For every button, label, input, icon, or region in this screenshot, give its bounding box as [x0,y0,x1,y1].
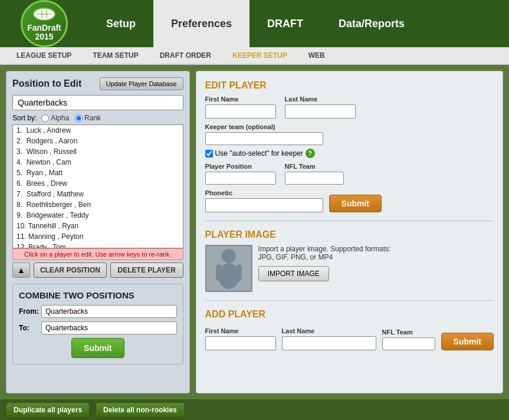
app-logo: FanDraft 2015 [21,0,68,47]
add-submit-button[interactable]: Submit [441,333,494,350]
list-item[interactable]: 12. Brady , Tom [13,242,183,248]
svg-rect-7 [236,264,242,281]
edit-submit-button[interactable]: Submit [329,195,382,212]
player-thumbnail [205,245,252,292]
subnav-team-setup[interactable]: TEAM SETUP [82,47,149,64]
list-item[interactable]: 5. Ryan , Matt [13,168,183,178]
edit-player-section: EDIT PLAYER First Name Last Name Keeper … [205,80,494,212]
keeper-team-select[interactable] [205,132,323,145]
nav-setup[interactable]: Setup [88,0,153,47]
move-up-button[interactable]: ▲ [12,262,30,278]
edit-player-title: EDIT PLAYER [205,80,494,91]
phonetic-input[interactable] [205,198,323,212]
clear-position-button[interactable]: CLEAR POSITION [34,262,107,278]
combine-submit-button[interactable]: Submit [71,338,124,358]
add-first-label: First Name [205,327,276,334]
import-image-button[interactable]: IMPORT IMAGE [258,266,329,281]
combine-to-select[interactable]: Quarterbacks Running Backs Wide Receiver… [41,321,177,334]
subnav-draft-order[interactable]: DRAFT ORDER [149,47,222,64]
autoselect-checkbox[interactable] [205,150,213,158]
last-name-label: Last Name [285,96,356,103]
sort-alpha-radio[interactable]: Alpha [41,114,69,122]
player-list[interactable]: 1. Luck , Andrew 2. Rodgers , Aaron 3. W… [12,124,183,248]
image-desc: Import a player image. Supported formats… [258,245,494,261]
combine-title: COMBINE TWO POSITIONS [19,290,177,300]
to-label: To: [19,324,37,332]
duplicate-all-players-button[interactable]: Duplicate all players [6,402,90,418]
list-item[interactable]: 9. Bridgewater , Teddy [13,210,183,221]
combine-section: COMBINE TWO POSITIONS From: Quarterbacks… [12,284,183,365]
nfl-team-label: NFL Team [285,163,344,170]
list-item[interactable]: 11. Manning , Peyton [13,231,183,242]
nav-preferences[interactable]: Preferences [153,0,249,47]
list-item[interactable]: 6. Brees , Drew [13,178,183,189]
main-nav: Setup Preferences DRAFT Data/Reports [88,0,509,47]
svg-point-4 [222,249,236,263]
first-name-input[interactable] [205,104,276,119]
update-player-db-button[interactable]: Update Player Database [100,77,183,90]
add-last-label: Last Name [282,327,376,334]
bottom-bar: Duplicate all players Delete all non-roo… [0,399,509,420]
logo-area: FanDraft 2015 [0,0,88,47]
delete-player-button[interactable]: DELETE PLAYER [110,262,183,278]
nav-data-reports[interactable]: Data/Reports [321,0,422,47]
add-first-input[interactable] [205,336,276,350]
player-position-select[interactable] [205,172,276,185]
nav-draft[interactable]: DRAFT [249,0,321,47]
autoselect-label: Use "auto-select" for keeper [215,149,303,158]
main-content: Position to Edit Update Player Database … [0,65,509,399]
divider-1 [205,221,494,221]
player-image-title: PLAYER IMAGE [205,229,494,240]
list-item[interactable]: 2. Rodgers , Aaron [13,136,183,146]
keeper-team-label: Keeper team (optional) [205,123,494,130]
list-item[interactable]: 8. Roethlisberger , Ben [13,199,183,210]
add-nfl-label: NFL Team [382,329,435,336]
position-select[interactable]: Quarterbacks Running Backs Wide Receiver… [12,95,183,110]
list-item[interactable]: 4. Newton , Cam [13,157,183,168]
position-title: Position to Edit [12,78,81,89]
add-player-title: ADD PLAYER [205,309,494,320]
list-item[interactable]: 7. Stafford , Matthew [13,189,183,199]
player-position-label: Player Position [205,163,276,170]
position-section: Position to Edit Update Player Database … [12,77,183,278]
app-header: FanDraft 2015 Setup Preferences DRAFT Da… [0,0,509,47]
sort-label: Sort by: [12,114,37,122]
right-panel: EDIT PLAYER First Name Last Name Keeper … [196,71,503,393]
left-panel: Position to Edit Update Player Database … [6,71,190,393]
add-player-section: ADD PLAYER First Name Last Name NFL Team [205,309,494,350]
svg-rect-6 [216,264,222,281]
last-name-input[interactable] [285,104,356,119]
nfl-team-select[interactable] [285,172,344,185]
sub-nav: LEAGUE SETUP TEAM SETUP DRAFT ORDER KEEP… [0,47,509,65]
list-item[interactable]: 10. Tannehill , Ryan [13,221,183,231]
first-name-label: First Name [205,96,276,103]
player-image-section: PLAYER IMAGE Import a player image. Supp… [205,229,494,292]
image-info: Import a player image. Supported formats… [258,245,494,281]
delete-all-non-rookies-button[interactable]: Delete all non-rookies [96,402,185,418]
from-label: From: [19,307,37,316]
subnav-keeper-setup[interactable]: KEEPER SETUP [222,47,298,64]
sort-rank-radio[interactable]: Rank [75,114,101,122]
list-item[interactable]: 3. Wilson , Russell [13,146,183,157]
subnav-web[interactable]: WEB [298,47,336,64]
phonetic-label: Phonetic [205,189,323,196]
divider-2 [205,300,494,301]
logo-text: FanDraft 2015 [22,24,66,42]
help-icon[interactable]: ? [306,149,315,158]
list-item[interactable]: 1. Luck , Andrew [13,125,183,136]
hint-bar: Click on a player to edit. Use arrow key… [12,248,183,260]
add-last-input[interactable] [282,336,376,350]
subnav-league-setup[interactable]: LEAGUE SETUP [6,47,82,64]
combine-from-select[interactable]: Quarterbacks Running Backs Wide Receiver… [41,305,177,318]
add-nfl-select[interactable] [382,337,435,350]
